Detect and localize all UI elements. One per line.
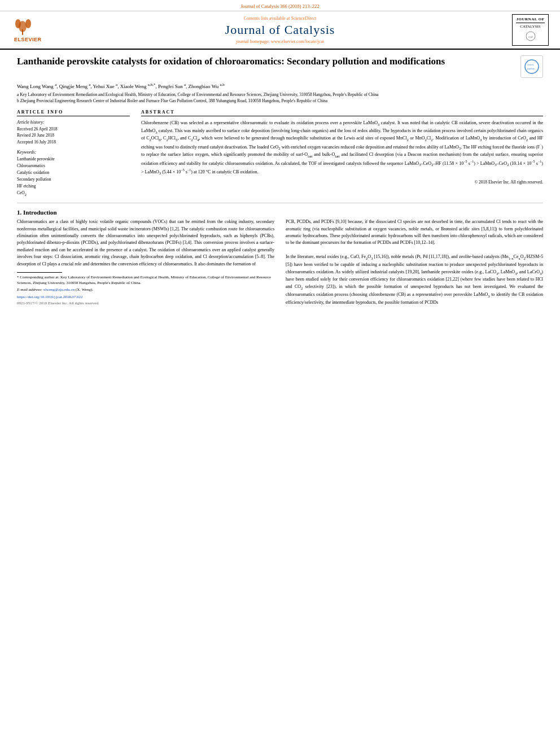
journal-reference: Journal of Catalysis 366 (2018) 213–222 [0, 0, 560, 11]
badge-line1: JOURNAL OF [516, 17, 545, 21]
abstract-column: ABSTRACT Chlorobenzene (CB) was selected… [141, 110, 543, 197]
elsevier-logo-svg: ELSEVIER [11, 15, 56, 43]
journal-ref-text: Journal of Catalysis 366 (2018) 213–222 [240, 3, 319, 9]
keyword-lanthanide-perovskite: Lanthanide perovskite [17, 156, 130, 163]
article-title-section: Lanthanide perovskite catalysts for oxid… [17, 55, 543, 78]
svg-rect-3 [22, 29, 23, 35]
svg-text:ELSEVIER: ELSEVIER [14, 37, 42, 42]
article-history: Article history: Received 26 April 2018 … [17, 120, 130, 145]
badge-icon: cat [519, 30, 542, 42]
intro-right-text: PCB, PCDDs, and PCDFs [9,10] because, if… [286, 219, 543, 306]
section-divider [17, 203, 543, 203]
svg-point-7 [525, 60, 539, 73]
keywords-title: Keywords: [17, 150, 130, 155]
footnote-star: * Corresponding author at: Key Laborator… [17, 275, 274, 286]
journal-badge-area: JOURNAL OF CATALYSIS cat [512, 14, 549, 46]
footnote-divider [17, 272, 62, 273]
badge-line2: CATALYSIS [516, 24, 545, 29]
svg-text:update: update [527, 67, 535, 70]
svg-text:check: check [527, 63, 534, 66]
footnote-email: E-mail address: xlweng@zju.edu.cn (X. We… [17, 287, 274, 293]
svg-text:cat: cat [528, 34, 533, 39]
copyright-text: © 2018 Elsevier Inc. All rights reserved… [141, 180, 543, 185]
abstract-label: ABSTRACT [141, 110, 543, 116]
abstract-text: Chlorobenzene (CB) was selected as a rep… [141, 120, 543, 176]
keyword-catalytic-oxidation: Catalytic oxidation [17, 169, 130, 176]
article-info-column: ARTICLE INFO Article history: Received 2… [17, 110, 130, 197]
journal-header-center: Contents lists available at ScienceDirec… [225, 16, 335, 44]
keyword-hf-etching: HF etching [17, 183, 130, 190]
affiliation-a: a Key Laboratory of Environment Remediat… [17, 92, 543, 98]
history-title: Article history: [17, 120, 130, 125]
badge-divider [516, 23, 545, 23]
introduction-heading: 1. Introduction [17, 209, 543, 216]
keywords-section: Keywords: Lanthanide perovskite Chloroar… [17, 150, 130, 198]
journal-homepage: journal homepage: www.elsevier.com/locat… [225, 39, 335, 44]
intro-left-col: Chloroaromatics are a class of highly to… [17, 219, 274, 306]
affiliation-b: b Zhejiang Provincial Engineering Resear… [17, 98, 543, 104]
doi-link[interactable]: https://doi.org/10.1016/j.jcat.2018.07.0… [17, 295, 274, 299]
journal-header: ELSEVIER Contents lists available at Sci… [0, 11, 560, 50]
article-info-label: ARTICLE INFO [17, 110, 130, 116]
keyword-chloroaromatics: Chloroaromatics [17, 163, 130, 169]
introduction-body: Chloroaromatics are a class of highly to… [17, 219, 543, 306]
main-content: Lanthanide perovskite catalysts for oxid… [0, 50, 560, 312]
journal-title: Journal of Catalysis [225, 23, 335, 37]
accepted-date: Accepted 16 July 2018 [17, 139, 130, 145]
article-info-abstract-section: ARTICLE INFO Article history: Received 2… [17, 110, 543, 197]
sciencedirect-text: Contents lists available at ScienceDirec… [225, 16, 335, 21]
authors-line: Wang Long Wang a, Qingjie Meng a, Yehui … [17, 82, 543, 89]
journal-badge: JOURNAL OF CATALYSIS cat [512, 14, 549, 46]
keyword-secondary-pollution: Secondary pollution [17, 176, 130, 183]
received-date: Received 26 April 2018 [17, 126, 130, 132]
article-title: Lanthanide perovskite catalysts for oxid… [17, 55, 445, 68]
revised-date: Revised 20 June 2018 [17, 132, 130, 138]
check-updates-badge: check update [520, 55, 543, 78]
intro-left-text: Chloroaromatics are a class of highly to… [17, 219, 274, 268]
elsevier-logo-area: ELSEVIER [11, 15, 56, 45]
issn-text: 0021-9517/© 2018 Elsevier Inc. All right… [17, 301, 274, 305]
introduction-section: 1. Introduction Chloroaromatics are a cl… [17, 209, 543, 306]
affiliations: a Key Laboratory of Environment Remediat… [17, 92, 543, 104]
check-updates-icon: check update [524, 59, 540, 75]
keyword-ceo2: CeO2 [17, 190, 130, 198]
intro-right-col: PCB, PCDDs, and PCDFs [9,10] because, if… [286, 219, 543, 306]
svg-point-1 [25, 19, 31, 28]
svg-point-2 [15, 19, 21, 28]
